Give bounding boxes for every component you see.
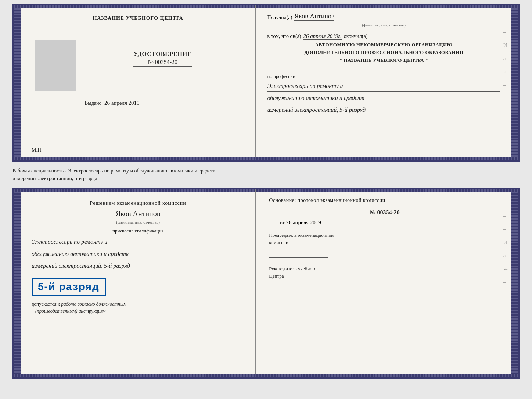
completed-label: окончил(а)	[344, 33, 368, 39]
b-mark-dash-3: –	[503, 227, 508, 232]
head-title-line1: Руководитель учебного	[269, 266, 316, 271]
right-spine-bottom	[511, 189, 518, 377]
b-mark-dash-1: –	[503, 200, 508, 206]
b-mark-dash-6: –	[503, 306, 508, 312]
separator-line2: измерений электростанций, 5-й разряд	[12, 175, 520, 182]
right-spine-top	[511, 5, 518, 160]
bottom-left-panel: Решением экзаменационной комиссии Яков А…	[21, 189, 256, 377]
org-line1: АВТОНОМНУЮ НЕКОММЕРЧЕСКУЮ ОРГАНИЗАЦИЮ	[267, 41, 500, 49]
mark-и: И	[503, 43, 508, 49]
right-marks-top: – – И а ← –	[503, 16, 508, 88]
allow-text2: (производственным) инструкциям	[35, 308, 106, 314]
name-handwritten: Яков Антипов	[32, 210, 244, 218]
chairman-title-line2: комиссии	[269, 240, 288, 245]
mark-arrow: ←	[503, 69, 508, 75]
profession-line1: Электрослесарь по ремонту и	[267, 81, 500, 91]
dash-mark-1: –	[340, 15, 343, 21]
recipient-name: Яков Антипов	[294, 13, 334, 21]
mark-dash-1: –	[503, 16, 508, 22]
org-block: АВТОНОМНУЮ НЕКОММЕРЧЕСКУЮ ОРГАНИЗАЦИЮ ДО…	[267, 41, 500, 64]
b-mark-а: а	[503, 253, 508, 259]
left-spine-top	[14, 5, 21, 160]
cert-title-block: УДОСТОВЕРЕНИЕ № 00354-20	[133, 51, 192, 67]
separator-line1: Рабочая специальность - Электрослесарь п…	[12, 167, 520, 175]
top-left-panel: НАЗВАНИЕ УЧЕБНОГО ЦЕНТРА УДОСТОВЕРЕНИЕ №…	[21, 5, 256, 160]
chairman-block: Председатель экзаменационной комиссии	[269, 232, 500, 258]
photo-placeholder	[35, 40, 76, 91]
protocol-number: № 00354-20	[269, 209, 500, 216]
chairman-signature-line	[269, 251, 328, 258]
profession-label: по профессии	[267, 74, 500, 79]
grade-badge-text: 5-й разряд	[38, 281, 100, 292]
fact-label: в том, что он(а)	[267, 33, 301, 39]
received-label: Получил(а)	[267, 15, 292, 21]
from-date: 26 апреля 2019	[286, 220, 321, 226]
document-container: НАЗВАНИЕ УЧЕБНОГО ЦЕНТРА УДОСТОВЕРЕНИЕ №…	[12, 4, 520, 379]
chairman-title-line1: Председатель экзаменационной	[269, 232, 334, 238]
from-label: от	[280, 220, 284, 226]
b-mark-arrow: ←	[503, 266, 508, 272]
grade-badge: 5-й разряд	[32, 278, 106, 296]
allow-text: работе согласно должностным	[61, 301, 126, 307]
b-mark-dash-2: –	[503, 213, 508, 219]
profession-line2: обслуживанию автоматики и средств	[267, 93, 500, 103]
qual-line3: измерений электростанций, 5-й разряд	[32, 261, 244, 271]
head-title: Руководитель учебного Центра	[269, 265, 500, 279]
mark-а: а	[503, 56, 508, 62]
head-title-line2: Центра	[269, 273, 284, 279]
mark-dash-2: –	[503, 29, 508, 35]
cert-title-label: УДОСТОВЕРЕНИЕ	[133, 51, 192, 57]
issued-line: Выдано 26 апреля 2019	[85, 100, 244, 106]
mp-label: М.П.	[32, 147, 43, 153]
name-sublabel: (фамилия, имя, отчество)	[32, 219, 244, 224]
left-spine-bottom	[14, 189, 21, 377]
qual-line2: обслуживанию автоматики и средств	[32, 249, 244, 259]
b-mark-dash-4: –	[503, 279, 508, 285]
issued-label: Выдано	[85, 100, 102, 106]
right-marks-bottom: – – – И а ← – – –	[503, 200, 508, 312]
allow-line: допускается к работе согласно должностны…	[32, 300, 244, 315]
separator-text: Рабочая специальность - Электрослесарь п…	[12, 165, 520, 185]
cert-number: № 00354-20	[133, 59, 192, 67]
qual-line1: Электрослесарь по ремонту и	[32, 237, 244, 247]
chairman-title: Председатель экзаменационной комиссии	[269, 232, 500, 246]
top-right-panel: Получил(а) Яков Антипов – (фамилия, имя,…	[256, 5, 511, 160]
school-name-top: НАЗВАНИЕ УЧЕБНОГО ЦЕНТРА	[93, 15, 183, 21]
mark-dash-3: –	[503, 82, 508, 88]
issued-date: 26 апреля 2019	[104, 100, 140, 106]
profession-line3: измерений электростанций, 5-й разряд	[267, 105, 500, 115]
org-line3: " НАЗВАНИЕ УЧЕБНОГО ЦЕНТРА "	[267, 57, 500, 64]
head-signature-line	[269, 285, 328, 291]
allow-label: допускается к	[32, 301, 60, 307]
b-mark-и: И	[503, 240, 508, 246]
basis-label: Основание: протокол экзаменационной коми…	[269, 196, 500, 204]
assigned-label: присвоена квалификация	[32, 228, 244, 234]
decision-line: Решением экзаменационной комиссии	[32, 199, 244, 207]
recipient-sublabel: (фамилия, имя, отчество)	[267, 23, 500, 27]
fact-date: 26 апреля 2019г.	[303, 33, 342, 40]
bottom-document: Решением экзаменационной комиссии Яков А…	[12, 188, 520, 379]
org-line2: ДОПОЛНИТЕЛЬНОГО ПРОФЕССИОНАЛЬНОГО ОБРАЗО…	[267, 49, 500, 57]
top-document: НАЗВАНИЕ УЧЕБНОГО ЦЕНТРА УДОСТОВЕРЕНИЕ №…	[12, 4, 520, 162]
bottom-right-panel: Основание: протокол экзаменационной коми…	[256, 189, 511, 377]
b-mark-dash-5: –	[503, 293, 508, 299]
